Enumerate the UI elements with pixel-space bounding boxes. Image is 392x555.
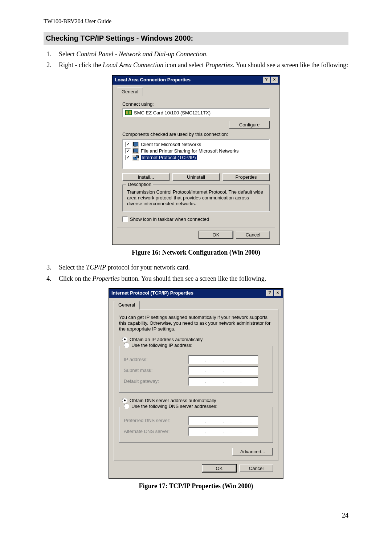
default-gateway-label: Default gateway: (124, 378, 188, 384)
step4-suffix: button. You should then see a screen lik… (120, 275, 266, 282)
step2-italic2: Properties (205, 61, 233, 69)
description-title: Description (126, 182, 153, 187)
component-label: File and Printer Sharing for Microsoft N… (141, 148, 238, 154)
obtain-dns-auto-label: Obtain DNS server address automatically (130, 398, 216, 403)
advanced-button[interactable]: Advanced... (232, 448, 273, 455)
show-icon-label: Show icon in taskbar when connected (130, 216, 209, 222)
obtain-ip-auto-radio[interactable] (122, 337, 127, 342)
step-4: Click on the Properties button. You shou… (53, 274, 348, 283)
tab-general[interactable]: General (117, 88, 143, 96)
dialog-titlebar: Local Area Connection Properties ? × (113, 76, 279, 85)
step1-italic: Control Panel - Network and Dial-up Conn… (76, 50, 206, 58)
use-ip-label: Use the following IP address: (131, 343, 192, 348)
step4-italic: Properties (93, 275, 120, 282)
component-tcpip[interactable]: ✓ Internet Protocol (TCP/IP) (124, 154, 268, 161)
step2-italic: Local Area Connection (103, 61, 163, 69)
figure-17-caption: Figure 17: TCP/IP Properties (Win 2000) (44, 482, 348, 490)
use-ip-radio[interactable] (124, 343, 129, 348)
components-list[interactable]: ✓ Client for Microsoft Networks ✓ File a… (122, 139, 270, 169)
step2-suffix: . You should see a screen like the follo… (233, 61, 348, 69)
use-dns-radio[interactable] (124, 404, 129, 409)
description-text: Transmission Control Protocol/Internet P… (127, 189, 265, 207)
checkbox-icon[interactable]: ✓ (125, 155, 131, 160)
dialog-titlebar: Internet Protocol (TCP/IP) Properties ? … (109, 289, 283, 298)
component-label: Client for Microsoft Networks (141, 142, 201, 147)
network-card-icon (125, 110, 132, 115)
use-dns-label: Use the following DNS server addresses: (131, 404, 217, 409)
install-button[interactable]: Install... (122, 173, 170, 181)
uninstall-button[interactable]: Uninstall (172, 173, 220, 181)
ok-button[interactable]: OK (202, 465, 236, 472)
alternate-dns-field[interactable]: ... (188, 427, 258, 436)
local-area-connection-properties-dialog: Local Area Connection Properties ? × Gen… (112, 75, 280, 246)
checkbox-icon[interactable]: ✓ (125, 148, 131, 154)
step2-prefix: Right - click the (59, 61, 103, 69)
properties-button[interactable]: Properties (222, 173, 270, 181)
checkbox-icon[interactable]: ✓ (125, 142, 131, 147)
figure-16-caption: Figure 16: Network Configuration (Win 20… (44, 249, 348, 256)
intro-text: You can get IP settings assigned automat… (119, 315, 273, 332)
step3-prefix: Select the (59, 264, 86, 271)
dialog-title: Local Area Connection Properties (115, 77, 191, 82)
subnet-mask-label: Subnet mask: (124, 368, 188, 373)
help-icon[interactable]: ? (266, 290, 273, 296)
subnet-mask-field[interactable]: ... (188, 366, 258, 375)
preferred-dns-field[interactable]: ... (188, 416, 258, 425)
step-1: Select Control Panel - Network and Dial-… (53, 50, 348, 58)
adapter-name: SMC EZ Card 10/100 (SMC1211TX) (134, 110, 211, 116)
cancel-button[interactable]: Cancel (236, 231, 270, 239)
obtain-dns-auto-radio[interactable] (122, 398, 127, 403)
connect-using-label: Connect using: (122, 101, 270, 107)
close-icon[interactable]: × (271, 77, 278, 83)
ok-button[interactable]: OK (199, 231, 233, 239)
page-number: 24 (44, 512, 348, 519)
ip-address-field[interactable]: ... (188, 355, 258, 364)
preferred-dns-label: Preferred DNS server: (124, 418, 188, 423)
section-heading: Checking TCP/IP Settings - Windows 2000: (44, 32, 348, 45)
show-icon-checkbox[interactable] (122, 216, 128, 222)
step-2: Right - click the Local Area Connection … (53, 61, 348, 69)
alternate-dns-label: Alternate DNS server: (124, 429, 188, 434)
default-gateway-field[interactable]: ... (188, 377, 258, 386)
ip-address-label: IP address: (124, 357, 188, 362)
step3-suffix: protocol for your network card. (106, 264, 190, 271)
help-icon[interactable]: ? (263, 77, 270, 83)
step4-prefix: Click on the (59, 275, 93, 282)
step-3: Select the TCP/IP protocol for your netw… (53, 263, 348, 272)
component-label: Internet Protocol (TCP/IP) (141, 155, 197, 160)
client-icon (132, 142, 139, 147)
step3-italic: TCP/IP (86, 264, 106, 271)
components-label: Components checked are used by this conn… (122, 131, 270, 137)
step1-prefix: Select (59, 50, 76, 58)
component-client[interactable]: ✓ Client for Microsoft Networks (124, 141, 268, 148)
step1-suffix: . (206, 50, 208, 58)
tab-general[interactable]: General (114, 301, 140, 309)
service-icon (132, 148, 139, 154)
tcpip-properties-dialog: Internet Protocol (TCP/IP) Properties ? … (109, 288, 283, 479)
component-file-printer[interactable]: ✓ File and Printer Sharing for Microsoft… (124, 148, 268, 154)
step2-mid: icon and select (163, 61, 205, 69)
protocol-icon (132, 155, 139, 161)
obtain-ip-auto-label: Obtain an IP address automatically (130, 337, 203, 342)
dialog-title: Internet Protocol (TCP/IP) Properties (111, 290, 193, 296)
page-header: TW100-BRV204 User Guide (44, 18, 348, 25)
cancel-button[interactable]: Cancel (239, 465, 273, 472)
close-icon[interactable]: × (274, 290, 281, 296)
configure-button[interactable]: Configure (229, 121, 270, 129)
